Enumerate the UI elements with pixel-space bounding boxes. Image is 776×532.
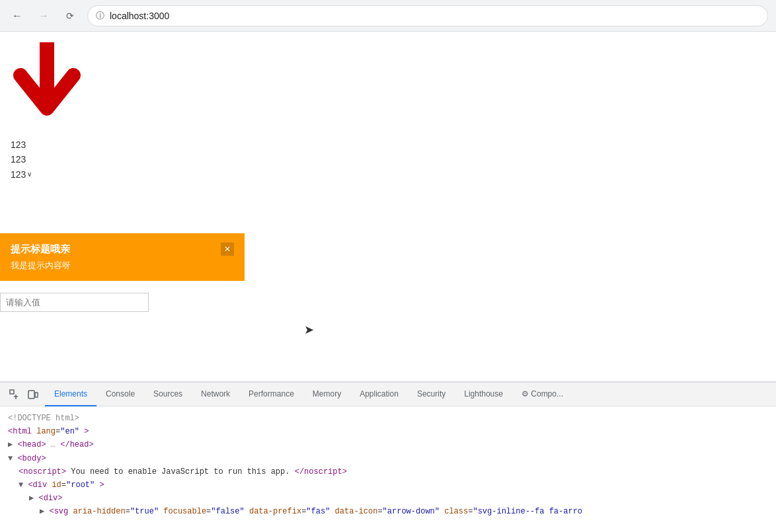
device-toolbar-button[interactable] [24, 385, 42, 404]
code-line-div-root[interactable]: ▼ <div id="root" > [8, 479, 768, 492]
back-button[interactable]: ← [8, 7, 26, 25]
tab-sources[interactable]: Sources [144, 383, 192, 406]
text-item-select[interactable]: 123 ∨ [11, 167, 765, 182]
code-line-html: <html lang="en" > [8, 426, 768, 438]
tab-performance[interactable]: Performance [239, 383, 303, 406]
tab-application[interactable]: Application [350, 383, 408, 406]
svg-rect-3 [28, 391, 34, 399]
refresh-button[interactable]: ⟳ [61, 7, 79, 25]
cursor: ➤ [304, 323, 314, 337]
tab-memory[interactable]: Memory [303, 383, 350, 406]
svg-rect-0 [10, 390, 14, 394]
tab-security[interactable]: Security [408, 383, 455, 406]
tab-components[interactable]: ⚙ Compo... [512, 383, 572, 406]
tab-elements[interactable]: Elements [45, 383, 97, 406]
tab-console[interactable]: Console [97, 383, 144, 406]
toast-body: 我是提示内容呀 [11, 260, 234, 272]
address-bar: ⓘ localhost:3000 [87, 5, 768, 26]
code-line-div[interactable]: ▶ <div> [8, 492, 768, 505]
arrow-down-icon [11, 42, 765, 131]
value-input[interactable] [0, 293, 149, 312]
browser-chrome: ← → ⟳ ⓘ localhost:3000 [0, 0, 776, 32]
svg-rect-4 [35, 393, 38, 397]
toast-notification: 提示标题哦亲 ✕ 我是提示内容呀 [0, 233, 245, 281]
forward-button[interactable]: → [34, 7, 53, 25]
url-text[interactable]: localhost:3000 [110, 11, 169, 21]
devtools-toolbar: Elements Console Sources Network Perform… [0, 383, 776, 406]
text-items: 123 123 123 ∨ [11, 137, 765, 182]
code-line-svg[interactable]: ▶ <svg aria-hidden="true" focusable="fal… [8, 506, 768, 518]
toast-close-button[interactable]: ✕ [221, 243, 234, 256]
main-content: 123 123 123 ∨ 提示标题哦亲 ✕ 我是提示内容呀 ➤ [0, 32, 776, 382]
text-item-1: 123 [11, 137, 765, 152]
text-item-2: 123 [11, 152, 765, 167]
select-arrow: ∨ [27, 169, 32, 180]
tab-lighthouse[interactable]: Lighthouse [455, 383, 512, 406]
code-line-head[interactable]: ▶ <head> … </head> [8, 439, 768, 451]
tab-network[interactable]: Network [192, 383, 239, 406]
info-icon: ⓘ [96, 10, 104, 22]
toast-header: 提示标题哦亲 ✕ [11, 243, 234, 256]
toast-title: 提示标题哦亲 [11, 243, 70, 256]
code-line-noscript: <noscript> You need to enable JavaScript… [8, 466, 768, 478]
code-line-doctype: <!DOCTYPE html> [8, 412, 768, 425]
devtools-tabs: Elements Console Sources Network Perform… [45, 383, 572, 406]
devtools-content: <!DOCTYPE html> <html lang="en" > ▶ <hea… [0, 406, 776, 525]
code-line-body-open[interactable]: ▼ <body> [8, 453, 768, 465]
devtools-panel: Elements Console Sources Network Perform… [0, 382, 776, 532]
inspect-element-button[interactable] [5, 385, 24, 404]
